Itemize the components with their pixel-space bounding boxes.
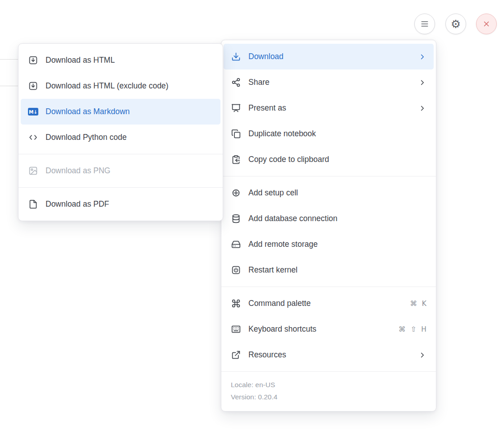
menu-item-label: Share xyxy=(248,78,411,87)
menu-item-label: Command palette xyxy=(248,299,403,308)
menu-item-download[interactable]: Download xyxy=(224,44,434,69)
markdown-badge: M↓ xyxy=(28,108,38,116)
menu-item-label: Download as HTML (exclude code) xyxy=(46,81,213,91)
menu-item-label: Add setup cell xyxy=(248,188,426,198)
menu-item-download-python[interactable]: Download Python code xyxy=(18,125,223,150)
settings-button[interactable]: ⚙ xyxy=(445,14,466,34)
markdown-icon: M↓ xyxy=(28,108,38,116)
menu-group-kernel: Add setup cell Add database connection A… xyxy=(221,176,436,287)
shortcut-command-palette: ⌘ K xyxy=(410,300,426,308)
menu-group-notebook: Download Share Present xyxy=(221,40,436,176)
external-link-icon xyxy=(231,350,241,360)
background-cell-fragment xyxy=(0,59,19,86)
code-icon xyxy=(28,133,38,142)
shortcut-keyboard-shortcuts: ⌘ ⇧ H xyxy=(399,325,426,333)
download-submenu: Download as HTML Download as HTML (exclu… xyxy=(18,43,223,221)
submenu-group-pdf: Download as PDF xyxy=(18,187,223,221)
download-box-icon xyxy=(28,81,38,91)
power-icon xyxy=(231,265,241,275)
menu-item-download-pdf[interactable]: Download as PDF xyxy=(18,191,223,217)
notebook-actions-menu: Download Share Present xyxy=(221,40,436,412)
menu-item-resources[interactable]: Resources xyxy=(221,342,436,368)
menu-item-share[interactable]: Share xyxy=(221,69,436,95)
close-button[interactable] xyxy=(476,14,497,34)
hard-drive-icon xyxy=(231,240,241,249)
menu-group-help: Command palette ⌘ K Keyboard shortcuts ⌘… xyxy=(221,287,436,371)
file-icon xyxy=(28,199,38,209)
menu-item-present-as[interactable]: Present as xyxy=(221,95,436,121)
menu-button[interactable] xyxy=(414,14,435,34)
download-icon xyxy=(231,52,241,61)
database-icon xyxy=(231,214,241,223)
menu-item-download-html[interactable]: Download as HTML xyxy=(18,47,223,73)
copy-icon xyxy=(231,129,241,139)
menu-item-download-markdown[interactable]: M↓ Download as Markdown xyxy=(21,99,220,125)
menu-item-label: Duplicate notebook xyxy=(248,129,426,139)
menu-item-label: Add remote storage xyxy=(248,240,426,249)
menu-item-label: Download as PNG xyxy=(46,166,213,176)
menu-item-label: Download xyxy=(248,52,411,61)
clipboard-copy-icon xyxy=(231,155,241,164)
menu-footer: Locale: en-US Version: 0.20.4 xyxy=(221,371,436,411)
presentation-icon xyxy=(231,103,241,113)
gear-icon: ⚙ xyxy=(451,18,461,30)
submenu-group-formats: Download as HTML Download as HTML (exclu… xyxy=(18,44,223,154)
menu-item-add-database-connection[interactable]: Add database connection xyxy=(221,206,436,231)
menu-item-label: Download as PDF xyxy=(46,199,213,209)
menu-item-keyboard-shortcuts[interactable]: Keyboard shortcuts ⌘ ⇧ H xyxy=(221,316,436,342)
chevron-right-icon xyxy=(418,53,426,61)
menu-item-download-png: Download as PNG xyxy=(18,158,223,184)
menu-item-label: Copy code to clipboard xyxy=(248,155,426,164)
close-icon xyxy=(482,20,490,28)
hamburger-icon xyxy=(420,19,429,28)
submenu-group-png: Download as PNG xyxy=(18,154,223,187)
menu-item-add-remote-storage[interactable]: Add remote storage xyxy=(221,231,436,257)
menu-item-copy-code[interactable]: Copy code to clipboard xyxy=(221,147,436,172)
menu-item-restart-kernel[interactable]: Restart kernel xyxy=(221,257,436,283)
menu-item-add-setup-cell[interactable]: Add setup cell xyxy=(221,180,436,206)
menu-item-download-html-exclude-code[interactable]: Download as HTML (exclude code) xyxy=(18,73,223,99)
menu-item-label: Resources xyxy=(248,350,411,360)
menu-item-command-palette[interactable]: Command palette ⌘ K xyxy=(221,291,436,316)
chevron-right-icon xyxy=(418,351,426,359)
command-icon xyxy=(231,299,241,308)
download-box-icon xyxy=(28,56,38,65)
menu-item-duplicate-notebook[interactable]: Duplicate notebook xyxy=(221,121,436,147)
locale-text: Locale: en-US xyxy=(231,380,426,390)
share-icon xyxy=(231,78,241,87)
menu-item-label: Download as HTML xyxy=(46,56,213,65)
menu-item-label: Restart kernel xyxy=(248,265,426,275)
menu-item-label: Download Python code xyxy=(46,133,213,142)
keyboard-icon xyxy=(231,324,241,334)
menu-item-label: Add database connection xyxy=(248,214,426,223)
version-text: Version: 0.20.4 xyxy=(231,392,426,402)
chevron-right-icon xyxy=(418,79,426,87)
menu-item-label: Present as xyxy=(248,103,411,113)
menu-item-label: Keyboard shortcuts xyxy=(248,324,391,334)
menu-item-label: Download as Markdown xyxy=(46,107,213,116)
chevron-right-icon xyxy=(418,104,426,112)
circle-plus-icon xyxy=(231,188,241,198)
image-icon xyxy=(28,166,38,176)
